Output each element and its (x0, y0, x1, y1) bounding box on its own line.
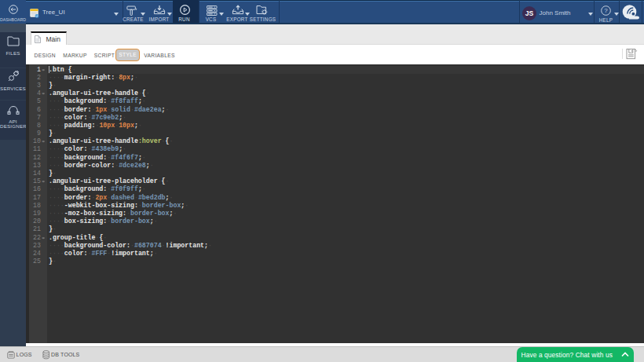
svg-text:?: ? (604, 7, 608, 14)
